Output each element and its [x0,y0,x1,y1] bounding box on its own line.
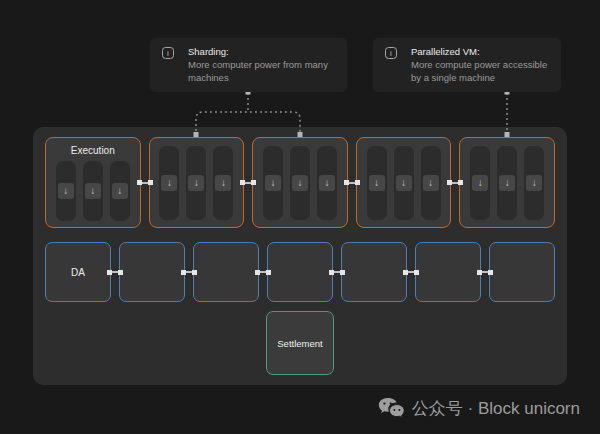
machine-group: ↓↓↓ [367,146,441,220]
parallelized-vm-tooltip-description: More compute power accessible by a singl… [411,59,549,84]
da-shard-box [119,242,185,302]
connector-endpoint [414,270,419,275]
machine-pill: ↓ [56,161,76,221]
connector-endpoint [447,180,452,185]
watermark-text: 公众号 · Block unicorn [412,397,580,420]
machine-group: ↓↓↓ [56,161,130,221]
link-connector [348,180,356,185]
connector-endpoint [240,180,245,185]
machine-pill: ↓ [367,146,387,220]
connector-endpoint [403,270,408,275]
pipeline-panel: Execution↓↓↓↓↓↓↓↓↓↓↓↓↓↓↓ DA Settlement [33,127,567,385]
parallelized-vm-tooltip-title: Parallelized VM: [411,46,549,59]
machine-pill: ↓ [421,146,441,220]
da-shard-box [267,242,333,302]
da-shard-box [489,242,555,302]
link-connector [333,270,341,275]
execution-label: Execution [71,145,115,156]
da-shard-box [341,242,407,302]
arrow-down-icon: ↓ [58,183,74,199]
sharding-tooltip-description: More computer power from many machines [188,59,335,84]
link-connector [259,270,267,275]
machine-group: ↓↓↓ [263,146,337,220]
link-connector [111,270,119,275]
parallelized-vm-tooltip: i Parallelized VM: More compute power ac… [373,38,561,92]
connector-endpoint [251,180,256,185]
link-connector [481,270,489,275]
connector-endpoint [488,270,493,275]
connector-endpoint [344,180,349,185]
connector-endpoint [181,270,186,275]
arrow-down-icon: ↓ [215,175,231,191]
arrow-down-icon: ↓ [526,175,542,191]
arrow-down-icon: ↓ [369,175,385,191]
arrow-down-icon: ↓ [423,175,439,191]
machine-pill: ↓ [290,146,310,220]
da-box: DA [45,242,111,302]
connector-endpoint [355,180,360,185]
arrow-down-icon: ↓ [112,183,128,199]
link-connector [407,270,415,275]
watermark: 公众号 · Block unicorn [378,395,580,421]
execution-shard-box: ↓↓↓ [252,137,348,228]
connector-endpoint [266,270,271,275]
connector-endpoint [137,180,142,185]
settlement-box: Settlement [266,311,334,375]
arrow-down-icon: ↓ [85,183,101,199]
da-shard-box [193,242,259,302]
execution-row: Execution↓↓↓↓↓↓↓↓↓↓↓↓↓↓↓ [45,137,555,228]
machine-pill: ↓ [317,146,337,220]
connector-endpoint [340,270,345,275]
da-shard-box [415,242,481,302]
machine-pill: ↓ [159,146,179,220]
arrow-down-icon: ↓ [188,175,204,191]
info-icon: i [385,47,397,59]
arrow-down-icon: ↓ [499,175,515,191]
sharding-tooltip-title: Sharding: [188,46,335,59]
machine-pill: ↓ [524,146,544,220]
machine-pill: ↓ [83,161,103,221]
execution-shard-box: ↓↓↓ [149,137,245,228]
execution-shard-box: ↓↓↓ [356,137,452,228]
da-label: DA [71,267,85,278]
machine-pill: ↓ [263,146,283,220]
da-row: DA [45,242,555,302]
link-connector [141,180,149,185]
connector-endpoint [118,270,123,275]
connector-endpoint [458,180,463,185]
settlement-label: Settlement [277,338,322,349]
arrow-down-icon: ↓ [319,175,335,191]
machine-pill: ↓ [110,161,130,221]
execution-shard-box: ↓↓↓ [459,137,555,228]
link-connector [244,180,252,185]
connector-endpoint [148,180,153,185]
machine-pill: ↓ [394,146,414,220]
machine-pill: ↓ [186,146,206,220]
machine-pill: ↓ [497,146,517,220]
connector-endpoint [192,270,197,275]
machine-pill: ↓ [213,146,233,220]
wechat-icon [378,397,405,420]
link-connector [185,270,193,275]
machine-pill: ↓ [470,146,490,220]
info-icon: i [162,47,174,59]
connector-endpoint [329,270,334,275]
arrow-down-icon: ↓ [292,175,308,191]
machine-group: ↓↓↓ [159,146,233,220]
sharding-tooltip: i Sharding: More computer power from man… [150,38,347,92]
connector-endpoint [477,270,482,275]
arrow-down-icon: ↓ [472,175,488,191]
arrow-down-icon: ↓ [161,175,177,191]
machine-group: ↓↓↓ [470,146,544,220]
execution-box: Execution↓↓↓ [45,137,141,228]
arrow-down-icon: ↓ [265,175,281,191]
link-connector [451,180,459,185]
connector-endpoint [255,270,260,275]
connector-endpoint [107,270,112,275]
arrow-down-icon: ↓ [396,175,412,191]
